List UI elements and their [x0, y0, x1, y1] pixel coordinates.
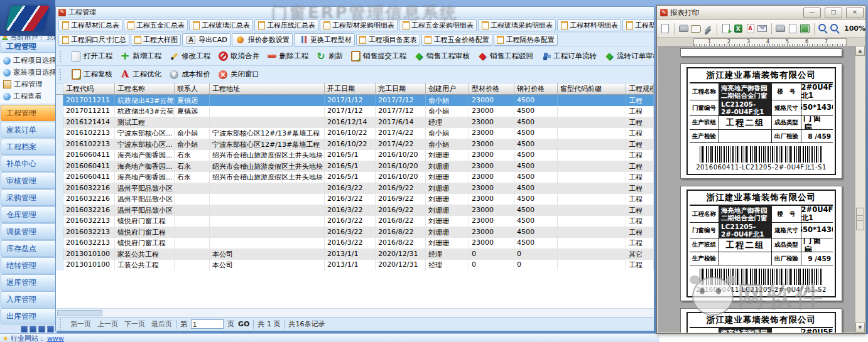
toolbar-button[interactable]: 销售提交工程	[347, 50, 410, 63]
sidebar-section[interactable]: 结转管理	[1, 257, 56, 274]
excel-icon[interactable]	[732, 23, 744, 34]
printer2-icon[interactable]	[775, 23, 786, 34]
sidebar-item[interactable]: 工程查看	[0, 90, 57, 102]
sidebar-section[interactable]: 仓库管理	[1, 206, 56, 223]
horizontal-scrollbar[interactable]	[56, 308, 654, 317]
book-icon[interactable]	[690, 23, 701, 34]
column-header[interactable]: 工程规模	[626, 83, 654, 94]
toolbar-button[interactable]: 流转订单审核	[600, 50, 654, 63]
go-button[interactable]: GO	[238, 320, 249, 328]
pager-button[interactable]: 最后页	[151, 319, 172, 329]
toolbar-button[interactable]: 销售工程驳回	[474, 50, 536, 63]
sidebar-section[interactable]: 补单中心	[1, 156, 56, 172]
printer-icon[interactable]	[678, 23, 689, 34]
module-icon[interactable]	[30, 326, 36, 333]
vertical-scrollbar-thumb[interactable]	[856, 208, 864, 230]
sidebar-section[interactable]: 工程管理	[1, 105, 56, 121]
column-header[interactable]: 开工日期	[325, 83, 376, 94]
toolbar-button[interactable]: 打开工程	[67, 50, 116, 63]
table-row[interactable]: 2016032213镜悦府门窗工程2016/3/222016/8/22刘珊珊23…	[56, 227, 654, 238]
toolbar-button[interactable]: 成本报价	[165, 68, 214, 81]
report-tab[interactable]: 工程玻璃采购明细表	[478, 19, 556, 31]
report-tab[interactable]: 更换工程型材	[294, 33, 355, 46]
column-header[interactable]: 钢衬价格	[514, 83, 558, 94]
table-row[interactable]: 2013010100工装公共工程本公司2013/1/12020/12/31经理0…	[56, 260, 654, 271]
page-number-input[interactable]	[191, 319, 224, 329]
report-tab[interactable]: 工程五金采购明细表	[399, 19, 477, 31]
industry-site-link[interactable]: www	[47, 334, 64, 342]
table-row[interactable]: 2017011211杭政储出43#云荷廷夏镇远2017/1/122017/7/1…	[56, 106, 654, 117]
maximize-button[interactable]: □	[825, 8, 842, 18]
report-tab[interactable]: 工程压线汇总表	[254, 19, 318, 31]
zoom-out-icon[interactable]	[830, 23, 841, 34]
toolbar-button[interactable]: 新增工程	[116, 50, 165, 63]
report-tab[interactable]: 报价参数设置	[232, 33, 293, 46]
sidebar-section[interactable]: 审核管理	[1, 173, 56, 189]
sidebar-section[interactable]: 采购管理	[1, 190, 56, 206]
mail-icon[interactable]	[757, 23, 768, 34]
report-tab[interactable]: 工程洞口尺寸汇总	[58, 34, 129, 46]
report-tab[interactable]: 工程型材汇总表	[58, 19, 122, 31]
table-row[interactable]: 2016060411海亮地产御香园...石永绍兴市会稽山旅游度假区土井头地块20…	[56, 161, 654, 172]
table-row[interactable]: 2017011211杭政储出43#云荷廷夏镇远2017/1/122017/7/1…	[56, 95, 654, 106]
zoom-in-icon[interactable]	[818, 23, 829, 34]
toolbar-button[interactable]: 取消合并	[214, 50, 263, 63]
module-icon[interactable]	[47, 326, 54, 333]
report-tab[interactable]: 工程大样图	[131, 34, 181, 46]
column-header[interactable]: 创建用户	[426, 83, 469, 94]
scroll-up-arrow[interactable]: ▲	[855, 46, 865, 56]
page-icon[interactable]	[659, 23, 671, 34]
sidebar-section[interactable]: 调拨管理	[1, 223, 56, 240]
sidebar-section[interactable]: 入库管理	[1, 291, 56, 307]
report-tab[interactable]: 工程型材采购明细表	[320, 19, 398, 31]
toolbar-button[interactable]: 销售工程审核	[410, 50, 473, 63]
table-row[interactable]: 2016032216温州平阳品致小区2016/3/222016/9/22刘珊珊2…	[56, 194, 654, 205]
table-row[interactable]: 2016032213镜悦府门窗工程2016/3/222016/8/22刘珊珊23…	[56, 216, 654, 227]
export-icon[interactable]	[720, 23, 732, 34]
table-row[interactable]: 2016060411海亮地产御香园...石永绍兴市会稽山旅游度假区土井头地块20…	[56, 150, 654, 161]
report-tab[interactable]: 工程隔热条配置	[494, 34, 558, 46]
pdf-icon[interactable]	[744, 23, 756, 34]
table-row[interactable]: 2016060411海亮地产御香园...石永绍兴市会稽山旅游度假区土井头地块20…	[56, 172, 654, 183]
table-row[interactable]: 2016032216温州平阳品致小区2016/3/222016/9/22刘珊珊2…	[56, 205, 654, 216]
table-row[interactable]: 2016102213宁波东部核心区...俞小娟宁波东部核心区12#/13#幕墙工…	[56, 128, 654, 139]
toolbar-button[interactable]: 刷新	[312, 50, 346, 63]
toolbar-button[interactable]: 工程复核	[67, 68, 116, 81]
sidebar-item[interactable]: 家装项目选择	[0, 67, 57, 78]
toolbar-button[interactable]: 工程优化	[116, 68, 165, 81]
toolbar-button[interactable]: 工程订单流转	[537, 50, 600, 63]
pager-button[interactable]: 上一页	[97, 319, 118, 329]
sidebar-section[interactable]: 家装订单	[1, 122, 56, 138]
scroll-down-arrow[interactable]: ▼	[855, 323, 865, 333]
close-button[interactable]: ×	[846, 8, 864, 18]
toolbar-button[interactable]: 关闭窗口	[214, 68, 263, 81]
sidebar-item[interactable]: 工程管理	[0, 78, 57, 90]
table-row[interactable]: 2016102213宁波东部核心区...俞小娟宁波东部核心区12#/13#幕墙工…	[56, 139, 654, 150]
sidebar-section[interactable]: 工程档案	[1, 139, 56, 155]
report-tab[interactable]: 工程五金汇总表	[124, 19, 188, 31]
report-tab[interactable]: 工程五金价格配置	[421, 34, 492, 46]
horizontal-scrollbar-thumb[interactable]	[57, 310, 102, 316]
sidebar-section[interactable]: 退库管理	[1, 274, 56, 291]
sidebar-panel-header[interactable]: 工程管理	[1, 41, 56, 53]
pager-button[interactable]: 下一页	[124, 319, 145, 329]
module-icon[interactable]	[21, 326, 28, 333]
table-row[interactable]: 2013010100家装公共工程本公司2013/1/12020/12/31经理0…	[56, 248, 654, 260]
report-tab[interactable]: 工程玻璃汇总表	[189, 19, 253, 31]
sidebar-item[interactable]: 工程项目选择	[0, 55, 57, 67]
table-row[interactable]: 2016032213镜悦府门窗工程2016/3/222016/8/22刘珊珊23…	[56, 238, 654, 249]
minimize-button[interactable]: —	[803, 8, 821, 18]
report-tab[interactable]: 工程型材配置表	[622, 19, 654, 31]
report-tab[interactable]: 工程材料明细表	[557, 19, 621, 31]
column-header[interactable]: 工程名称	[115, 83, 175, 94]
table-row[interactable]: 2016032216温州平阳品致小区2016/3/222016/9/22刘珊珊2…	[56, 183, 654, 194]
toolbar-button[interactable]: 删除工程	[263, 50, 312, 63]
column-header[interactable]: 联系人	[175, 83, 210, 94]
sidebar-section[interactable]: 出库管理	[1, 308, 56, 324]
column-header[interactable]: 工程地址	[210, 83, 325, 94]
tools-icon[interactable]	[702, 23, 713, 34]
report-tab[interactable]: 工程项目备案表	[356, 34, 420, 46]
page2-icon[interactable]	[787, 23, 798, 34]
column-header[interactable]: 型材价格	[469, 83, 514, 94]
column-header[interactable]: 窗型代码前缀	[558, 83, 626, 94]
